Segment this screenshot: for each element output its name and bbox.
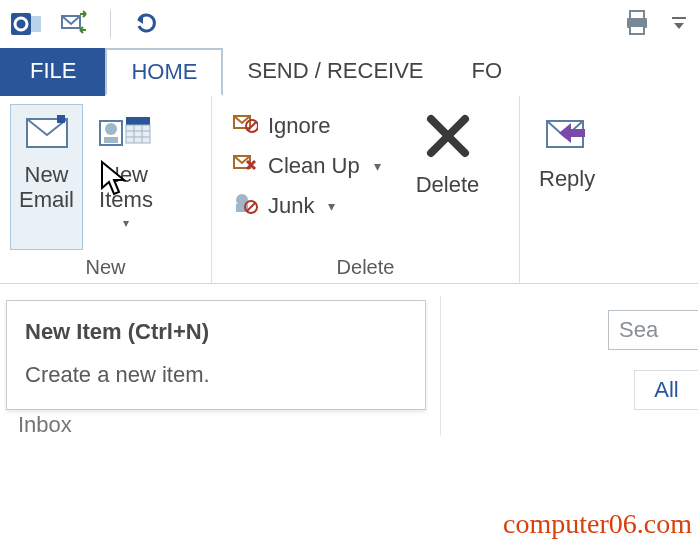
junk-label: Junk — [268, 193, 314, 219]
tab-folder[interactable]: FO — [448, 48, 509, 96]
group-caption-new: New — [10, 250, 201, 279]
ignore-button[interactable]: Ignore — [228, 110, 385, 142]
ribbon-group-delete: Ignore Clean Up ▾ — [212, 96, 520, 283]
tab-send-receive[interactable]: SEND / RECEIVE — [223, 48, 447, 96]
cleanup-label: Clean Up — [268, 153, 360, 179]
cleanup-button[interactable]: Clean Up ▾ — [228, 150, 385, 182]
tooltip-description: Create a new item. — [25, 358, 407, 391]
tab-file[interactable]: FILE — [0, 48, 106, 96]
new-email-label: New Email — [19, 162, 74, 213]
reply-button[interactable]: Reply — [530, 104, 604, 273]
delete-label: Delete — [416, 172, 480, 197]
junk-icon — [232, 192, 258, 220]
search-placeholder: Sea — [619, 317, 658, 343]
qat-customize-dropdown-icon[interactable] — [670, 13, 688, 36]
message-list-area: Sea All — [440, 296, 698, 436]
group-caption-respond — [530, 273, 688, 279]
new-items-icon — [98, 111, 154, 156]
svg-rect-1 — [31, 16, 41, 32]
tab-home[interactable]: HOME — [105, 48, 223, 96]
search-input[interactable]: Sea — [608, 310, 698, 350]
ribbon: New Email New Items — [0, 96, 698, 284]
watermark-text: computer06.com — [503, 508, 692, 540]
group-caption-delete: Delete — [222, 250, 509, 279]
svg-rect-6 — [630, 26, 644, 34]
svg-rect-13 — [126, 117, 150, 125]
envelope-icon — [23, 111, 71, 156]
ignore-icon — [232, 112, 258, 140]
qat-separator — [110, 10, 111, 38]
ribbon-group-new: New Email New Items — [0, 96, 212, 283]
filter-all-label: All — [654, 377, 678, 403]
title-bar — [0, 0, 698, 48]
svg-rect-5 — [630, 11, 644, 19]
filter-all-button[interactable]: All — [634, 370, 698, 410]
new-items-button[interactable]: New Items ▾ — [89, 104, 163, 250]
new-email-button[interactable]: New Email — [10, 104, 83, 250]
reply-label: Reply — [539, 166, 595, 191]
tooltip-title: New Item (Ctrl+N) — [25, 315, 407, 348]
qat-undo-icon[interactable] — [133, 10, 159, 39]
cleanup-icon — [232, 152, 258, 180]
qat-send-receive-icon[interactable] — [60, 10, 88, 39]
ribbon-group-respond: Reply — [520, 96, 698, 283]
delete-x-icon — [423, 111, 473, 166]
outlook-app-icon — [10, 8, 42, 40]
ignore-label: Ignore — [268, 113, 330, 139]
dropdown-arrow-icon: ▾ — [123, 217, 129, 231]
svg-rect-12 — [104, 137, 118, 143]
delete-button[interactable]: Delete — [407, 104, 489, 250]
junk-button[interactable]: Junk ▾ — [228, 190, 385, 222]
tooltip-new-item: New Item (Ctrl+N) Create a new item. — [6, 300, 426, 410]
reply-envelope-icon — [541, 111, 593, 160]
quick-access-toolbar — [60, 10, 159, 39]
svg-line-28 — [247, 203, 255, 211]
ribbon-tabs: FILE HOME SEND / RECEIVE FO — [0, 48, 698, 96]
svg-rect-14 — [126, 125, 150, 143]
new-items-label: New Items — [99, 162, 153, 213]
qat-print-icon[interactable] — [622, 8, 652, 41]
svg-point-11 — [105, 123, 117, 135]
dropdown-arrow-icon: ▾ — [374, 158, 381, 174]
nav-inbox[interactable]: Inbox — [18, 412, 72, 438]
svg-rect-9 — [57, 115, 65, 123]
dropdown-arrow-icon: ▾ — [328, 198, 335, 214]
